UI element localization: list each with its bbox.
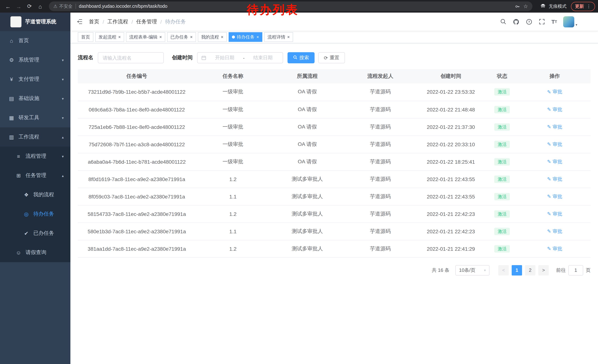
initiator-cell: 芋道源码 xyxy=(344,223,416,240)
process-cell: 测试多审批人 xyxy=(270,205,344,223)
task-name-cell: 一级审批 xyxy=(196,153,270,170)
edit-icon: ✎ xyxy=(547,159,551,164)
filter-bar: 流程名 创建时间 开始日期 - 结束日期 xyxy=(78,52,590,63)
bookmark-star-icon[interactable]: ☆ xyxy=(523,3,528,9)
task-name-cell: 一级审批 xyxy=(196,118,270,136)
svg-text:?: ? xyxy=(528,20,530,23)
key-icon[interactable] xyxy=(515,4,520,9)
breadcrumb-separator: / xyxy=(103,19,104,25)
refresh-icon[interactable]: ⟳ xyxy=(25,1,34,11)
column-header-actions: 操作 xyxy=(519,69,590,83)
approve-link[interactable]: ✎审批 xyxy=(547,228,562,235)
security-indicator[interactable]: ⚠ 不安全 xyxy=(53,3,73,9)
tab-done-tasks[interactable]: 已办任务 × xyxy=(167,32,196,42)
close-icon[interactable]: × xyxy=(190,35,193,39)
approve-link[interactable]: ✎审批 xyxy=(547,158,562,165)
sidebar-item-label: 系统管理 xyxy=(18,57,58,63)
column-header-task-id: 任务编号 xyxy=(78,69,196,83)
actions-cell: ✎审批 xyxy=(519,101,590,118)
update-button[interactable]: 更新 ⋮ xyxy=(571,2,595,11)
close-icon[interactable]: × xyxy=(118,35,121,39)
next-page-button[interactable]: > xyxy=(538,265,549,275)
close-icon[interactable]: × xyxy=(287,35,290,39)
task-name-cell: 一级审批 xyxy=(196,101,270,118)
approve-link[interactable]: ✎审批 xyxy=(547,193,562,200)
process-name-input[interactable] xyxy=(98,52,164,63)
approve-link[interactable]: ✎审批 xyxy=(547,245,562,252)
task-id-cell: 8f059c03-7ac8-11ec-a9e2-a2380e71991a xyxy=(78,188,196,205)
back-icon[interactable]: ← xyxy=(3,1,13,11)
chevron-down-icon: ▾ xyxy=(62,97,64,101)
page-button-1[interactable]: 1 xyxy=(512,265,522,275)
sidebar-item-devtools[interactable]: ▦ 研发工具 ▾ xyxy=(0,108,70,127)
help-icon[interactable]: ? xyxy=(526,18,532,25)
tab-todo-tasks[interactable]: 待办任务 × xyxy=(229,32,262,42)
table-row: 069c6a63-7b8a-11ec-8ef0-acde48001122 一级审… xyxy=(78,101,590,118)
home-icon[interactable]: ⌂ xyxy=(35,1,45,11)
search-icon[interactable] xyxy=(500,18,507,25)
edit-icon: ✎ xyxy=(547,107,551,112)
browser-menu-dots-icon[interactable]: ⋮ xyxy=(587,4,591,9)
tab-start-process[interactable]: 发起流程 × xyxy=(95,32,124,42)
tab-my-process[interactable]: 我的流程 × xyxy=(198,32,227,42)
sidebar-item-payment[interactable]: ¥ 支付管理 ▾ xyxy=(0,70,70,89)
sidebar-item-system[interactable]: ⚙ 系统管理 ▾ xyxy=(0,50,70,70)
avatar[interactable] xyxy=(563,16,574,27)
chevron-down-icon: ▾ xyxy=(62,77,64,81)
sidebar-item-infra[interactable]: ▤ 基础设施 ▾ xyxy=(0,89,70,108)
page-size-select[interactable]: 10条/页 ▾ xyxy=(455,265,490,275)
date-range-picker[interactable]: 开始日期 - 结束日期 xyxy=(197,52,283,63)
close-icon[interactable]: × xyxy=(256,35,259,39)
tab-process-detail[interactable]: 流程详情 × xyxy=(264,32,293,42)
column-header-process: 所属流程 xyxy=(270,69,344,83)
created-cell: 2022-01-21 22:42:23 xyxy=(416,205,486,223)
column-header-status: 状态 xyxy=(485,69,519,83)
app-logo[interactable]: 芋道管理系统 xyxy=(0,13,70,31)
process-cell: OA 请假 xyxy=(270,136,344,153)
approve-link[interactable]: ✎审批 xyxy=(547,141,562,147)
table-row: 73211d9d-7b9b-11ec-b5b7-acde48001122 一级审… xyxy=(78,83,590,101)
breadcrumb-task-mgmt[interactable]: 任务管理 xyxy=(136,18,157,25)
sidebar-item-task-mgmt[interactable]: ⊞ 任务管理 ▴ xyxy=(0,166,70,185)
approve-link[interactable]: ✎审批 xyxy=(547,176,562,182)
breadcrumb-workflow[interactable]: 工作流程 xyxy=(108,18,128,25)
github-icon[interactable] xyxy=(513,18,519,25)
page-button-2[interactable]: 2 xyxy=(525,265,535,275)
tab-home[interactable]: 首页 xyxy=(78,32,93,42)
tab-label: 流程表单-编辑 xyxy=(129,34,158,40)
sidebar-item-home[interactable]: ⌂ 首页 xyxy=(0,31,70,50)
approve-label: 审批 xyxy=(553,89,562,95)
approve-link[interactable]: ✎审批 xyxy=(547,106,562,113)
prev-page-button[interactable]: < xyxy=(498,265,509,275)
sidebar-item-my-process[interactable]: ❖ 我的流程 xyxy=(0,185,70,204)
fullscreen-icon[interactable] xyxy=(539,18,545,25)
status-badge: 激活 xyxy=(494,193,510,200)
close-icon[interactable]: × xyxy=(221,35,224,39)
process-cell: 测试多审批人 xyxy=(270,240,344,257)
created-cell: 2022-01-22 21:48:48 xyxy=(416,101,486,118)
sidebar-item-todo-tasks[interactable]: ◎ 待办任务 xyxy=(0,204,70,224)
reset-button-label: 重置 xyxy=(330,54,339,61)
sidebar-item-workflow[interactable]: ▥ 工作流程 ▴ xyxy=(0,127,70,147)
font-size-icon[interactable]: TT xyxy=(551,18,557,25)
search-button[interactable]: 搜索 xyxy=(288,52,315,63)
actions-cell: ✎审批 xyxy=(519,205,590,223)
approve-link[interactable]: ✎审批 xyxy=(547,210,562,217)
user-menu[interactable]: ▾ xyxy=(563,16,577,27)
reset-button[interactable]: ⟳ 重置 xyxy=(318,52,345,63)
breadcrumb-home[interactable]: 首页 xyxy=(89,18,99,25)
sidebar-collapse-icon[interactable] xyxy=(76,18,83,25)
todo-task-table: 任务编号 任务名称 所属流程 流程发起人 创建时间 状态 操作 73211d9d… xyxy=(78,69,590,258)
sidebar-item-done-tasks[interactable]: ✔ 已办任务 xyxy=(0,224,70,243)
forward-icon[interactable]: → xyxy=(14,1,24,11)
close-icon[interactable]: × xyxy=(159,35,162,39)
tab-form-edit[interactable]: 流程表单-编辑 × xyxy=(126,32,165,42)
approve-link[interactable]: ✎审批 xyxy=(547,89,562,95)
goto-page-input[interactable] xyxy=(568,265,583,275)
sidebar-item-process-mgmt[interactable]: ≡ 流程管理 ▾ xyxy=(0,147,70,166)
table-row: a6aba0a4-7b6d-11ec-b781-acde48001122 一级审… xyxy=(78,153,590,170)
approve-link[interactable]: ✎审批 xyxy=(547,123,562,130)
approve-label: 审批 xyxy=(553,141,562,147)
chevron-up-icon: ▴ xyxy=(62,173,64,178)
sidebar-item-leave-query[interactable]: ☺ 请假查询 xyxy=(0,243,70,262)
